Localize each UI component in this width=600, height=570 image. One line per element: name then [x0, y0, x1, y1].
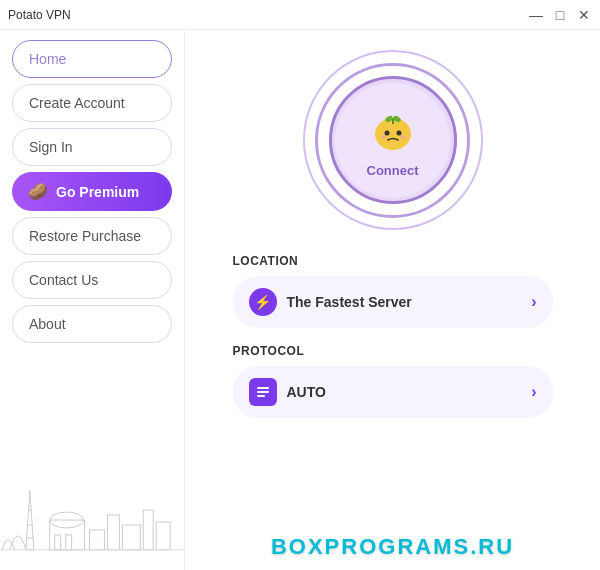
- svg-rect-11: [143, 510, 153, 550]
- maximize-button[interactable]: □: [552, 7, 568, 23]
- location-arrow-icon: ›: [531, 293, 536, 311]
- close-button[interactable]: ✕: [576, 7, 592, 23]
- main-content: Connect LOCATION ⚡ The Fastest Server › …: [185, 30, 600, 570]
- sidebar-item-sign-in[interactable]: Sign In: [12, 128, 172, 166]
- location-server-name: The Fastest Server: [287, 294, 412, 310]
- svg-rect-9: [107, 515, 119, 550]
- sidebar-item-contact-us[interactable]: Contact Us: [12, 261, 172, 299]
- svg-point-18: [400, 135, 406, 139]
- sidebar-item-restore-purchase[interactable]: Restore Purchase: [12, 217, 172, 255]
- svg-rect-12: [156, 522, 170, 550]
- potato-mascot: [367, 102, 419, 161]
- connect-button[interactable]: Connect: [335, 83, 450, 198]
- svg-rect-10: [122, 525, 140, 550]
- protocol-icon: [249, 378, 277, 406]
- svg-rect-24: [257, 395, 265, 397]
- svg-rect-7: [66, 535, 72, 550]
- sidebar-item-home[interactable]: Home: [12, 40, 172, 78]
- main-layout: Home Create Account Sign In 🥔 Go Premium…: [0, 30, 600, 570]
- svg-point-16: [396, 131, 401, 136]
- svg-point-17: [380, 135, 386, 139]
- city-skyline: [0, 480, 184, 570]
- window-controls: — □ ✕: [528, 7, 592, 23]
- go-premium-button[interactable]: 🥔 Go Premium: [12, 172, 172, 211]
- location-card[interactable]: ⚡ The Fastest Server ›: [233, 276, 553, 328]
- svg-rect-23: [257, 391, 269, 393]
- protocol-value: AUTO: [287, 384, 326, 400]
- sidebar-item-about[interactable]: About: [12, 305, 172, 343]
- app-title: Potato VPN: [8, 8, 71, 22]
- svg-rect-8: [90, 530, 105, 550]
- vpn-connect-area: Connect: [303, 50, 483, 230]
- protocol-card[interactable]: AUTO ›: [233, 366, 553, 418]
- protocol-section-label: PROTOCOL: [233, 344, 553, 358]
- svg-rect-6: [55, 535, 61, 550]
- svg-marker-0: [26, 490, 34, 550]
- title-bar: Potato VPN — □ ✕: [0, 0, 600, 30]
- info-sections: LOCATION ⚡ The Fastest Server › PROTOCOL: [233, 254, 553, 434]
- svg-rect-22: [257, 387, 269, 389]
- svg-point-15: [384, 131, 389, 136]
- protocol-arrow-icon: ›: [531, 383, 536, 401]
- sidebar-item-create-account[interactable]: Create Account: [12, 84, 172, 122]
- connect-label: Connect: [367, 163, 419, 178]
- location-section-label: LOCATION: [233, 254, 553, 268]
- location-icon: ⚡: [249, 288, 277, 316]
- premium-icon: 🥔: [28, 182, 48, 201]
- sidebar: Home Create Account Sign In 🥔 Go Premium…: [0, 30, 185, 570]
- minimize-button[interactable]: —: [528, 7, 544, 23]
